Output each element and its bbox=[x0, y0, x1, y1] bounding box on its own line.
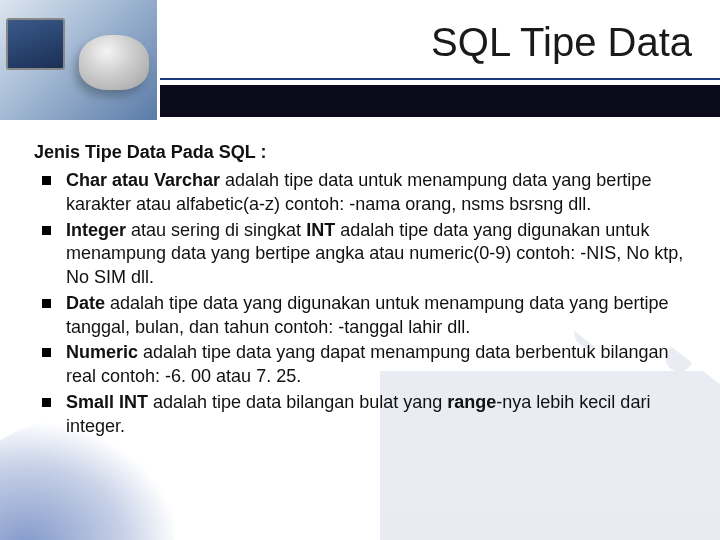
list-item-text: atau sering di singkat bbox=[126, 220, 306, 240]
list-item-lead: Small INT bbox=[66, 392, 148, 412]
list-item-lead: Date bbox=[66, 293, 105, 313]
list-item: Date adalah tipe data yang digunakan unt… bbox=[56, 292, 686, 340]
list-item-bold: range bbox=[447, 392, 496, 412]
list-item-lead: Numeric bbox=[66, 342, 138, 362]
list-item: Numeric adalah tipe data yang dapat mena… bbox=[56, 341, 686, 389]
list-item-bold: INT bbox=[306, 220, 335, 240]
bullet-list: Char atau Varchar adalah tipe data untuk… bbox=[34, 169, 686, 438]
header-dark-bar bbox=[160, 85, 720, 117]
slide-title: SQL Tipe Data bbox=[431, 20, 692, 65]
list-item-lead: Integer bbox=[66, 220, 126, 240]
list-item: Small INT adalah tipe data bilangan bula… bbox=[56, 391, 686, 439]
list-item: Char atau Varchar adalah tipe data untuk… bbox=[56, 169, 686, 217]
content-subtitle: Jenis Tipe Data Pada SQL : bbox=[34, 142, 686, 163]
title-area: SQL Tipe Data bbox=[160, 0, 720, 85]
list-item-lead: Char atau Varchar bbox=[66, 170, 220, 190]
header-image-strip bbox=[0, 0, 160, 120]
slide-content: Jenis Tipe Data Pada SQL : Char atau Var… bbox=[0, 120, 720, 438]
list-item: Integer atau sering di singkat INT adala… bbox=[56, 219, 686, 290]
list-item-text: adalah tipe data yang digunakan untuk me… bbox=[66, 293, 668, 337]
slide-header: SQL Tipe Data bbox=[0, 0, 720, 120]
list-item-text: adalah tipe data bilangan bulat yang bbox=[148, 392, 447, 412]
list-item-text: adalah tipe data yang dapat menampung da… bbox=[66, 342, 668, 386]
